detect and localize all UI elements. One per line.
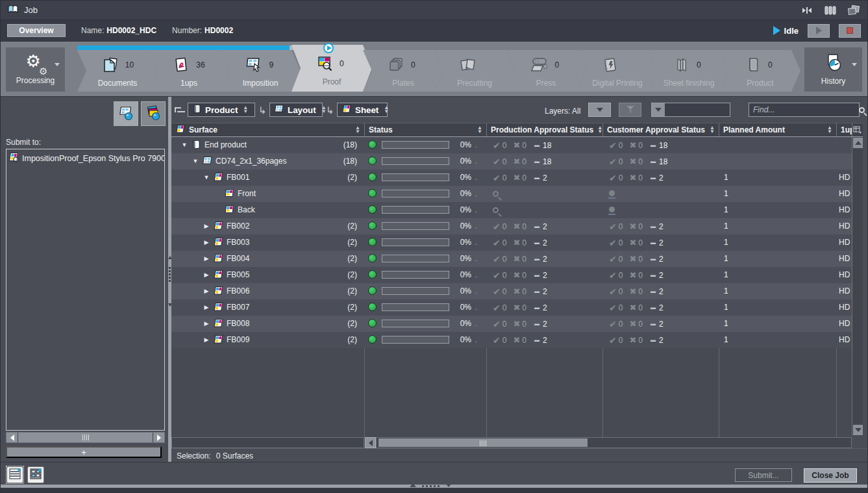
pending-count: 2 [543,222,547,231]
start-button[interactable] [808,24,830,38]
sidebar-horizontal-scrollbar[interactable] [6,432,165,443]
workflow-step-plates[interactable]: 0Plates [363,50,443,92]
column-picker-button[interactable] [852,123,863,136]
table-row-fb003[interactable]: ▶FB003(2)0%.✔0✖0▬2✔0✖0▬21HD [171,234,852,251]
search-icon[interactable] [859,107,865,113]
bottom-bar: Submit... Close Job [1,462,867,485]
table-row-fb001[interactable]: ▼FB001(2)0%.✔0✖0▬2✔0✖0▬21HD [171,170,852,186]
scope-sheet-button[interactable]: Sheet ▲▼ [337,103,388,117]
add-submit-target-button[interactable]: + [6,446,162,458]
expand-icon[interactable]: ▶ [203,255,210,262]
filter-button[interactable] [619,103,641,117]
expand-icon[interactable]: ▶ [203,320,210,327]
table-row-end-product[interactable]: ▼End product(18)0%.✔0✖0▬18✔0✖0▬18 [171,137,852,153]
workflow-step-processing[interactable]: ⚙⚙ Processing [6,47,65,92]
imposition-proof-view-button[interactable] [114,101,138,126]
step-label: Press [506,79,586,88]
sort-arrows-icon[interactable]: ▲▼ [710,126,715,134]
column-header-status[interactable]: Status ▲▼ [364,123,486,136]
table-row-fb009[interactable]: ▶FB009(2)0%.✔0✖0▬2✔0✖0▬21HD [171,332,852,348]
sort-arrows-icon[interactable]: ▲▼ [477,126,482,134]
expand-icon[interactable]: ▶ [203,288,210,294]
table-row-back[interactable]: Back0%.1HD [171,202,852,218]
table-row-fb006[interactable]: ▶FB006(2)0%.✔0✖0▬2✔0✖0▬21HD [171,283,852,299]
workflow-step-digital-printing[interactable]: Digital Printing [577,50,658,92]
stop-button[interactable] [839,24,861,38]
workflow-step-1ups[interactable]: 361ups [149,50,229,92]
workflow-step-product[interactable]: 0Product [720,50,800,92]
splitter-expand-icon[interactable] [410,483,416,487]
sort-arrows-icon[interactable]: ▲▼ [597,126,602,134]
table-row-fb005[interactable]: ▶FB005(2)0%.✔0✖0▬2✔0✖0▬21HD [171,267,852,283]
rejected-cross-icon: ✖ [513,319,520,329]
layers-dropdown-button[interactable] [588,103,611,117]
splitter-grip[interactable] [169,267,171,282]
scrollbar-thumb[interactable] [18,433,153,442]
detail-list-view-button[interactable] [6,466,23,483]
scroll-left-button[interactable] [6,433,18,442]
list-view-icon [8,467,22,483]
workflow-step-history[interactable]: History [804,47,862,92]
submit-target-item[interactable]: ImpositionProof_Epson Stylus Pro 7900 [6,149,164,167]
workflow-step-documents[interactable]: 10Documents [77,50,158,92]
scrollbar-thumb[interactable] [378,438,588,447]
workflow-step-imposition[interactable]: 9Imposition [220,50,301,92]
submit-button[interactable]: Submit... [735,468,792,482]
column-header-production-approval[interactable]: Production Approval Status ▲▼ [486,123,602,136]
splitter-grip[interactable] [422,483,440,487]
workflow-step-sheet-finishing[interactable]: 0Sheet finishing [649,50,729,92]
tree-collapse-icon[interactable] [175,106,185,114]
column-header-1up[interactable]: 1up [836,123,852,136]
surface-name: FB005 [227,270,249,279]
spinner-arrows-icon[interactable]: ▲▼ [384,106,389,114]
rejected-count: 0 [522,222,527,231]
surface-name: FB001 [227,173,249,182]
table-row-cd74-2x1-36pages[interactable]: ▼CD74_2x1_36pages(18)0%.✔0✖0▬18✔0✖0▬18 [171,153,852,170]
expand-icon[interactable]: ▶ [203,239,210,246]
scope-product-button[interactable]: Product ▲▼ [188,103,255,117]
workflow-step-precutting[interactable]: Precutting [434,50,515,92]
collapse-panels-icon[interactable] [800,5,814,16]
expand-icon[interactable]: ▶ [203,272,210,278]
scroll-down-button[interactable] [853,425,863,435]
expand-icon[interactable]: ▶ [203,304,210,310]
columns-icon[interactable] [823,5,837,16]
workflow-step-press[interactable]: 0Press [506,50,586,92]
close-job-button[interactable]: Close Job [804,468,857,483]
profile-select[interactable]: Default [651,103,730,117]
chevron-down-icon[interactable] [852,63,857,66]
chevron-down-icon[interactable] [55,63,60,66]
scroll-left-button[interactable] [365,437,376,448]
spinner-arrows-icon[interactable]: ▲▼ [243,106,248,114]
column-header-planned-amount[interactable]: Planned Amount ▲▼ [719,123,836,136]
table-row-fb008[interactable]: ▶FB008(2)0%.✔0✖0▬2✔0✖0▬21HD [171,316,852,332]
table-row-fb002[interactable]: ▶FB002(2)0%.✔0✖0▬2✔0✖0▬21HD [171,218,852,234]
table-row-fb004[interactable]: ▶FB004(2)0%.✔0✖0▬2✔0✖0▬21HD [171,251,852,267]
column-header-customer-approval[interactable]: Customer Approval Status ▲▼ [602,123,719,136]
child-count: (2) [332,173,357,182]
collapse-icon[interactable]: ▼ [180,142,188,148]
splitter-collapse-icon[interactable] [445,483,452,487]
table-horizontal-scrollbar[interactable] [171,437,863,448]
find-input[interactable] [749,105,859,114]
table-row-front[interactable]: Front0%.1HD [171,186,852,202]
collapse-icon[interactable]: ▼ [203,174,210,181]
scroll-right-button[interactable] [153,433,164,442]
table-row-fb007[interactable]: ▶FB007(2)0%.✔0✖0▬2✔0✖0▬21HD [171,299,852,316]
overview-button[interactable]: Overview [7,24,66,37]
chevron-down-icon[interactable] [652,103,665,116]
scope-layout-button[interactable]: Layout ▲▼ [269,103,323,117]
form-proof-view-button[interactable] [141,101,166,126]
submit-target-list[interactable]: ImpositionProof_Epson Stylus Pro 7900 [6,149,165,431]
expand-icon[interactable]: ▶ [203,336,210,343]
grid-list-view-button[interactable] [27,466,44,483]
collapse-icon[interactable]: ▼ [192,158,199,164]
sort-arrows-icon[interactable]: ▲▼ [827,126,832,134]
scroll-up-button[interactable] [853,138,863,148]
table-vertical-scrollbar[interactable] [852,137,863,436]
windows-icon[interactable] [847,5,861,16]
sort-arrows-icon[interactable]: ▲▼ [355,126,360,134]
column-header-surface[interactable]: Surface ▲▼ [171,123,364,136]
find-field[interactable] [749,103,860,117]
expand-icon[interactable]: ▶ [203,223,210,229]
